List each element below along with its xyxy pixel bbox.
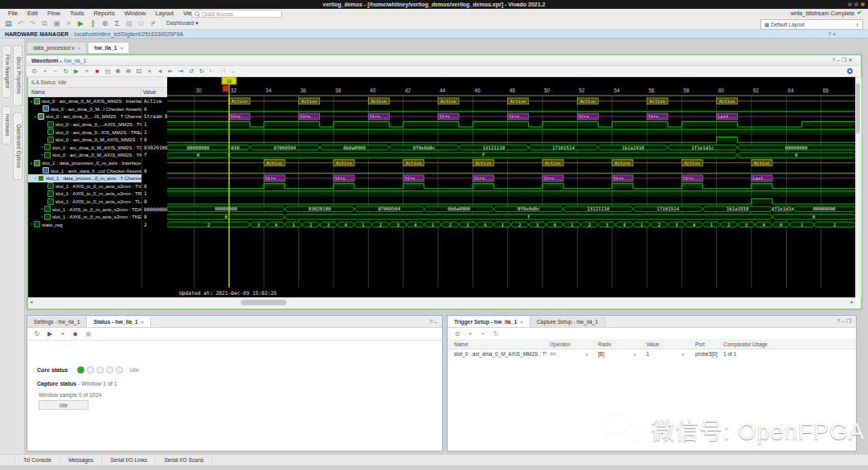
trigger-header-operator[interactable]: Operator	[550, 339, 592, 349]
waveform-canvas[interactable]: 30323436384042444648505254565860626466Ac…	[167, 77, 855, 288]
trigger-value-select[interactable]: 1 ∨	[646, 349, 688, 359]
trigger-header-name[interactable]: Name	[454, 339, 547, 349]
horizontal-scroll-thumb[interactable]	[241, 300, 286, 305]
trigger-header-value[interactable]: Value	[646, 339, 688, 349]
trigger-header-port[interactable]: Port	[695, 339, 722, 349]
marker-right-icon[interactable]: ⊣	[218, 67, 227, 75]
add-probe-icon[interactable]: +	[40, 67, 50, 75]
status-tab-status-hw-ila-1[interactable]: Status - hw_ila_1×	[87, 317, 151, 327]
scroll-left-icon[interactable]: ◂	[30, 299, 33, 305]
signal-row[interactable]: >slot_0 : axi_dma_0_M_AXIS_MM2S : TKEEP	[28, 151, 141, 159]
trigger-table-row[interactable]: slot_0 : axi_dma_0_M_AXIS_MM2S : TVALID …	[448, 349, 856, 359]
signal-value-list[interactable]: Active0Stream Beat11003020100f0010000000…	[141, 97, 168, 288]
pause-icon[interactable]: ∥	[88, 19, 98, 28]
maximize-icon[interactable]	[854, 2, 858, 6]
waveform-titlebar[interactable]: Waveform - hw_ila_1 ? ‒ ❐ ✕	[27, 55, 859, 66]
expand-window-icon[interactable]: ↔	[228, 67, 238, 75]
waveform-settings-gear-icon[interactable]	[847, 68, 853, 74]
signal-row[interactable]: slot_1 : AXIS_tx_0_m_axis_s2mm : TREADY	[28, 190, 141, 198]
signal-row[interactable]: slot_1 : axis_data_fi...col Checker Asse…	[28, 166, 141, 174]
add-probe-icon[interactable]: +	[465, 330, 475, 337]
signal-row[interactable]: slot_1 : AXIS_tx_0_m_axis_s2mm : TLAST	[28, 198, 141, 206]
minimize-icon[interactable]	[848, 2, 852, 6]
stop-icon[interactable]: ■	[71, 330, 80, 337]
run-trigger-icon[interactable]: ▶	[45, 330, 55, 337]
quick-access-search[interactable]: Quick Access	[191, 10, 282, 18]
console-tab-serial-i-o-scans[interactable]: Serial I/O Scans	[156, 457, 212, 463]
close-icon[interactable]	[861, 2, 865, 6]
refresh-icon[interactable]: ↻	[61, 67, 71, 75]
signal-row[interactable]: slot_0 : axi_dma_0_M...l Checker Asserti…	[28, 105, 141, 113]
run-immediate-icon[interactable]: »	[58, 330, 68, 337]
goto-time-0-icon[interactable]: ◄	[155, 67, 165, 75]
report-icon[interactable]: ▦	[124, 19, 134, 28]
remove-probe-icon[interactable]: −	[478, 330, 488, 337]
panel-window-controls[interactable]: ? ‒ ❐	[837, 318, 856, 325]
rail-tab-block-properties[interactable]: Block Properties	[13, 45, 23, 106]
search-icon[interactable]: ⊙	[30, 67, 39, 75]
layout-select[interactable]: ▦ Default Layout ∨	[760, 19, 863, 30]
signal-name-list[interactable]: ∨slot_0 : axi_dma_0_M_AXIS_MM2S : Interf…	[28, 97, 141, 288]
run-trigger-icon[interactable]: ▶	[72, 67, 81, 75]
signal-row[interactable]: ∨slot_0 : axi_dma_0_M_AXIS_MM2S : Interf…	[28, 97, 141, 105]
export-data-icon[interactable]: ▤	[103, 67, 113, 75]
delete-icon[interactable]: ×	[63, 19, 74, 28]
signal-row[interactable]: slot_0 : axi_dma_0...XIS_MM2S : TREADY	[28, 128, 141, 136]
trigger-tab-capture-setup-hw-ila-1[interactable]: Capture Setup - hw_ila_1	[530, 317, 606, 327]
sum-icon[interactable]: Σ	[112, 19, 122, 28]
trigger-header-comparator-usage[interactable]: Comparator Usage	[723, 339, 820, 349]
signal-row[interactable]: ∨slot_1 : data_processor_0_m_axis : Inte…	[28, 159, 141, 167]
remove-probe-icon[interactable]: −	[51, 67, 60, 75]
window-titlebar[interactable]: verilog_demos - [/home/whitney/verilog_d…	[0, 0, 868, 9]
trigger-radix-select[interactable]: [B] ∨	[598, 349, 640, 359]
recalc-icon[interactable]: ↻	[491, 330, 501, 337]
rail-tab-hardware[interactable]: Hardware	[2, 106, 11, 145]
menu-item-reports[interactable]: Reports	[88, 10, 119, 17]
paste-icon[interactable]: ▣	[51, 19, 62, 28]
name-column-header[interactable]: Name	[28, 88, 141, 96]
menu-item-layout[interactable]: Layout	[150, 10, 178, 17]
signal-row[interactable]: >slot_0 : axi_dma_0_M_AXIS_MM2S : TDATA	[28, 144, 141, 152]
run-immediate-icon[interactable]: »	[82, 67, 92, 75]
settings-gear-icon[interactable]: ⊛	[100, 19, 110, 28]
refresh-icon[interactable]: ↻	[32, 330, 42, 337]
swap-icon[interactable]: ↺	[186, 67, 196, 75]
close-icon[interactable]: ×	[121, 46, 124, 51]
status-tab-settings-hw-ila-1[interactable]: Settings - hw_ila_1	[27, 317, 87, 327]
vertical-scroll-thumb[interactable]	[856, 84, 860, 133]
console-tab-messages[interactable]: Messages	[60, 457, 102, 463]
signal-row[interactable]: slot_0 : axi_dma_0_M_AXIS_MM2S : TLAST	[28, 136, 141, 144]
signal-row[interactable]: ∨slot_1 : data_proces...0_m_axis : T Cha…	[28, 174, 141, 182]
signal-row[interactable]: slot_0 : axi_dma_0_...AXIS_MM2S : TVALID	[28, 121, 141, 129]
trigger-header-radix[interactable]: Radix	[598, 339, 640, 349]
prev-transition-icon[interactable]: ⇤	[166, 67, 175, 75]
redo-icon[interactable]: ↷	[27, 19, 38, 28]
trigger-position-marker[interactable]	[223, 86, 229, 92]
signal-row[interactable]: slot_1 : AXIS_tx_0_m_axis_s2mm : TVALID	[28, 182, 141, 190]
editor-tab-hw_ila_1[interactable]: hw_ila_1×	[88, 42, 129, 53]
rail-tab-flow-navigator[interactable]: Flow Navigator	[2, 45, 11, 98]
close-icon[interactable]: ×	[520, 320, 523, 325]
copy-icon[interactable]: ⧉	[39, 19, 50, 28]
close-icon[interactable]: ×	[141, 320, 145, 325]
rail-tab-dashboard-options[interactable]: Dashboard Options	[13, 112, 23, 180]
zoom-out-icon[interactable]: ⊖	[124, 67, 133, 75]
pointer-mode-icon[interactable]: ×	[145, 67, 154, 75]
dashboard-menu[interactable]: Dashboard ▾	[166, 20, 199, 27]
trigger-tab-trigger-setup-hw-ila-1[interactable]: Trigger Setup - hw_ila_1×	[448, 317, 530, 327]
signal-row[interactable]: >slot_1 : AXIS_tx_0_m_axis_s2mm : TDATA	[28, 205, 141, 213]
undo-icon[interactable]: ↶	[15, 19, 26, 28]
menu-item-edit[interactable]: Edit	[23, 10, 43, 17]
close-icon[interactable]: ×	[78, 46, 81, 51]
waveform-svg[interactable]: 30323436384042444648505254565860626466Ac…	[167, 77, 855, 288]
value-column-header[interactable]: Value	[141, 88, 167, 96]
menu-item-file[interactable]: File	[3, 10, 23, 17]
relink-icon[interactable]: ↻	[197, 67, 207, 75]
signal-row[interactable]: ∨slot_0 : axi_dma_0_...IS_MM2S : T Chann…	[28, 112, 141, 121]
zoom-fit-icon[interactable]: ⊡	[134, 67, 144, 75]
menu-item-tools[interactable]: Tools	[65, 10, 89, 17]
console-tab-tcl-console[interactable]: Tcl Console	[14, 457, 60, 463]
export-icon[interactable]: ▣	[84, 330, 93, 337]
horizontal-scrollbar[interactable]: ◂ ▸	[28, 297, 855, 307]
next-transition-icon[interactable]: ⇥	[176, 67, 186, 75]
